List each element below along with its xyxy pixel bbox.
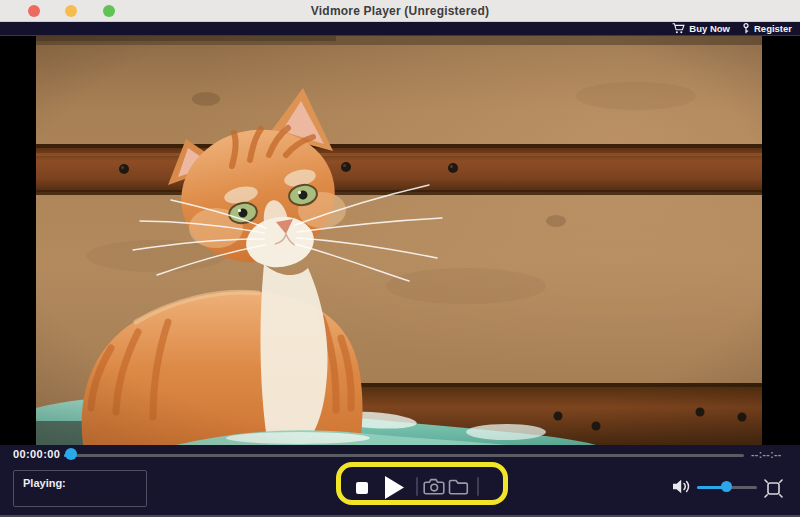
shopping-cart-icon bbox=[672, 23, 685, 34]
seek-bar[interactable] bbox=[64, 454, 744, 457]
app-window: Vidmore Player (Unregistered) Buy Now Re… bbox=[0, 0, 800, 517]
video-area[interactable] bbox=[0, 36, 800, 445]
vignette-overlay bbox=[36, 36, 762, 445]
now-playing-box: Playing: bbox=[13, 470, 147, 507]
folder-icon bbox=[450, 481, 468, 494]
video-canvas[interactable] bbox=[36, 36, 762, 445]
play-button[interactable] bbox=[383, 474, 406, 501]
app-menubar: Buy Now Register bbox=[0, 22, 800, 36]
control-divider bbox=[416, 477, 418, 496]
key-icon bbox=[742, 23, 750, 34]
play-icon bbox=[385, 476, 404, 499]
control-divider bbox=[477, 477, 479, 496]
close-button[interactable] bbox=[28, 5, 40, 17]
stop-button[interactable] bbox=[356, 482, 368, 494]
buy-now-button[interactable]: Buy Now bbox=[672, 23, 730, 34]
minimize-button[interactable] bbox=[65, 5, 77, 17]
buy-now-label: Buy Now bbox=[689, 23, 730, 34]
window-title: Vidmore Player (Unregistered) bbox=[0, 4, 800, 18]
zoom-button[interactable] bbox=[103, 5, 115, 17]
speaker-icon bbox=[673, 480, 689, 493]
remaining-time: --:--:-- bbox=[751, 449, 782, 460]
register-label: Register bbox=[754, 23, 792, 34]
fullscreen-icon bbox=[765, 480, 782, 497]
camera-icon bbox=[424, 480, 444, 494]
register-button[interactable]: Register bbox=[742, 23, 792, 34]
now-playing-label: Playing: bbox=[23, 477, 66, 489]
open-file-button[interactable] bbox=[448, 479, 469, 495]
elapsed-time: 00:00:00 bbox=[13, 448, 60, 460]
seek-handle[interactable] bbox=[65, 448, 77, 460]
control-bar: 00:00:00 --:--:-- Playing: bbox=[0, 445, 800, 517]
fullscreen-button[interactable] bbox=[764, 479, 783, 498]
titlebar: Vidmore Player (Unregistered) bbox=[0, 0, 800, 22]
volume-handle[interactable] bbox=[721, 481, 732, 492]
snapshot-button[interactable] bbox=[423, 478, 445, 495]
mute-button[interactable] bbox=[672, 478, 691, 495]
